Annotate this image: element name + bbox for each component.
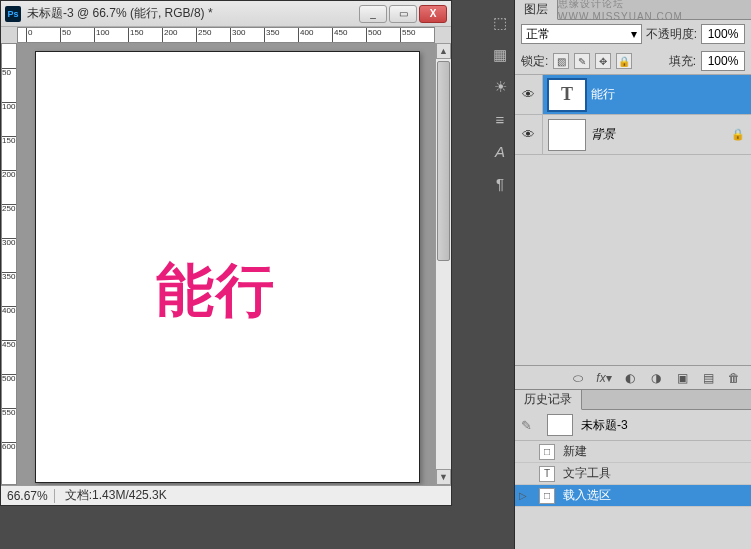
snapshot-thumbnail[interactable]: [547, 414, 573, 436]
visibility-toggle[interactable]: 👁: [515, 75, 543, 114]
blend-row: 正常 ▾ 不透明度: 100%: [515, 20, 751, 48]
tab-history[interactable]: 历史记录: [515, 390, 582, 410]
lock-pixels-icon[interactable]: ✎: [574, 53, 590, 69]
navigator-icon[interactable]: ⬚: [491, 14, 509, 32]
link-layers-icon[interactable]: ⬭: [569, 369, 587, 387]
load-selection-icon: □: [539, 488, 555, 504]
history-item-label: 载入选区: [563, 487, 611, 504]
delete-layer-icon[interactable]: 🗑: [725, 369, 743, 387]
history-item[interactable]: ▷ □ 载入选区: [515, 485, 751, 507]
history-list: □ 新建 T 文字工具 ▷ □ 载入选区: [515, 441, 751, 507]
type-tool-icon: T: [539, 466, 555, 482]
scroll-down-icon[interactable]: ▼: [436, 469, 451, 485]
history-item-label: 文字工具: [563, 465, 611, 482]
fill-label: 填充:: [669, 53, 696, 70]
mask-icon[interactable]: ◐: [621, 369, 639, 387]
document-title: 未标题-3 @ 66.7% (能行, RGB/8) *: [27, 5, 359, 22]
new-layer-icon[interactable]: ▤: [699, 369, 717, 387]
history-current-marker: ▷: [519, 490, 527, 501]
chevron-down-icon: ▾: [631, 27, 637, 41]
layer-thumbnail[interactable]: T: [549, 80, 585, 110]
right-panels: 图层 思缘设计论坛 WWW.MISSYUAN.COM 正常 ▾ 不透明度: 10…: [514, 0, 751, 549]
maximize-button[interactable]: ▭: [389, 5, 417, 23]
blend-mode-value: 正常: [526, 26, 550, 43]
lock-icon: 🔒: [731, 128, 751, 141]
history-panel: 历史记录 ✎ 未标题-3 □ 新建 T 文字工具 ▷ □ 载入选区: [515, 389, 751, 549]
history-item[interactable]: T 文字工具: [515, 463, 751, 485]
group-icon[interactable]: ▣: [673, 369, 691, 387]
layers-list: 👁 T 能行 👁 背景 🔒: [515, 75, 751, 155]
zoom-level[interactable]: 66.67%: [1, 489, 55, 503]
history-item-label: 新建: [563, 443, 587, 460]
canvas[interactable]: 能行: [35, 51, 420, 483]
visibility-toggle[interactable]: 👁: [515, 115, 543, 154]
snapshot-name: 未标题-3: [581, 417, 628, 434]
scroll-up-icon[interactable]: ▲: [436, 43, 451, 59]
lock-transparency-icon[interactable]: ▧: [553, 53, 569, 69]
layer-thumbnail[interactable]: [549, 120, 585, 150]
layers-panel-tabs: 图层 思缘设计论坛 WWW.MISSYUAN.COM: [515, 0, 751, 20]
newdoc-icon: □: [539, 444, 555, 460]
lock-label: 锁定:: [521, 53, 548, 70]
canvas-text: 能行: [156, 252, 276, 330]
document-titlebar[interactable]: Ps 未标题-3 @ 66.7% (能行, RGB/8) * _ ▭ X: [1, 1, 451, 27]
history-brush-icon[interactable]: ✎: [521, 418, 539, 433]
fx-icon[interactable]: fx▾: [595, 369, 613, 387]
opacity-input[interactable]: 100%: [701, 24, 745, 44]
lock-position-icon[interactable]: ✥: [595, 53, 611, 69]
layer-name[interactable]: 背景: [591, 126, 731, 143]
minimize-button[interactable]: _: [359, 5, 387, 23]
opacity-label: 不透明度:: [646, 26, 697, 43]
document-window: Ps 未标题-3 @ 66.7% (能行, RGB/8) * _ ▭ X 0 5…: [0, 0, 452, 506]
lock-all-icon[interactable]: 🔒: [616, 53, 632, 69]
layer-row[interactable]: 👁 T 能行: [515, 75, 751, 115]
canvas-area[interactable]: 能行: [17, 43, 435, 485]
layer-row[interactable]: 👁 背景 🔒: [515, 115, 751, 155]
layer-name[interactable]: 能行: [591, 86, 751, 103]
ps-icon: Ps: [5, 6, 21, 22]
doc-info[interactable]: 文档:1.43M/425.3K: [55, 487, 177, 504]
ruler-vertical[interactable]: 50 100 150 200 250 300 350 400 450 500 5…: [1, 43, 17, 485]
history-snapshot[interactable]: ✎ 未标题-3: [515, 410, 751, 441]
lock-row: 锁定: ▧ ✎ ✥ 🔒 填充: 100%: [515, 48, 751, 75]
layers-empty-area[interactable]: [515, 155, 751, 365]
swatches-icon[interactable]: ▦: [491, 46, 509, 64]
history-item[interactable]: □ 新建: [515, 441, 751, 463]
close-button[interactable]: X: [419, 5, 447, 23]
collapsed-panel-strip: ⬚ ▦ ☀ ≡ A ¶: [490, 0, 510, 192]
character-icon[interactable]: A: [491, 142, 509, 160]
text-layer-icon: T: [551, 82, 583, 108]
adjust-icon[interactable]: ☀: [491, 78, 509, 96]
paragraph-icon[interactable]: ¶: [491, 174, 509, 192]
ruler-horizontal[interactable]: 0 50 100 150 200 250 300 350 400 450 500…: [17, 27, 435, 43]
adjustment-layer-icon[interactable]: ◑: [647, 369, 665, 387]
tab-layers[interactable]: 图层: [515, 0, 558, 20]
scrollbar-vertical[interactable]: ▲ ▼: [435, 43, 451, 485]
watermark-text: 思缘设计论坛 WWW.MISSYUAN.COM: [558, 0, 751, 19]
scrollbar-thumb[interactable]: [437, 61, 450, 261]
layers-footer: ⬭ fx▾ ◐ ◑ ▣ ▤ 🗑: [515, 365, 751, 389]
fill-input[interactable]: 100%: [701, 51, 745, 71]
blend-mode-select[interactable]: 正常 ▾: [521, 24, 642, 44]
statusbar: 66.67% 文档:1.43M/425.3K: [1, 485, 451, 505]
styles-icon[interactable]: ≡: [491, 110, 509, 128]
